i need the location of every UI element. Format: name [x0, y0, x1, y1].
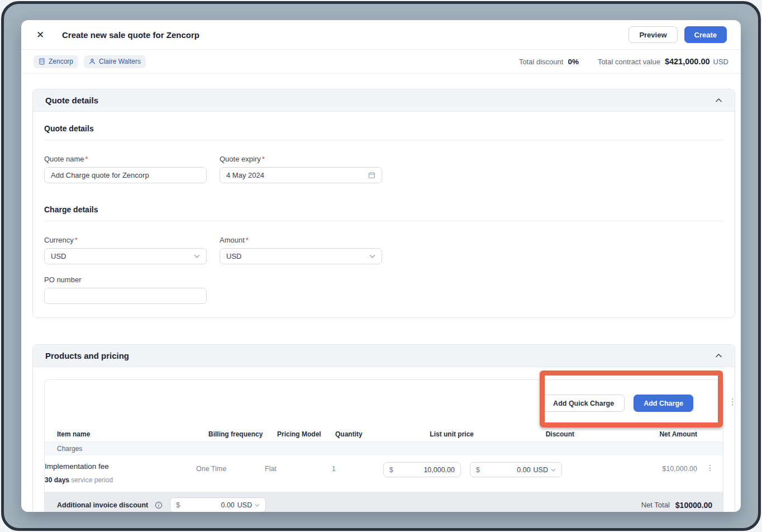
section-title: Products and pricing — [45, 351, 129, 360]
context-bar: Zencorp Claire Walters Total discount 0%… — [21, 50, 741, 73]
charge-subheading: Charge details — [44, 205, 723, 221]
additional-discount-value: 0.00 — [221, 501, 234, 509]
toolbar-buttons: Add Quick Charge Add Charge — [542, 395, 693, 412]
currency-value: USD — [51, 252, 66, 260]
modal-topbar: ✕ Create new sale quote for Zencorp Prev… — [21, 20, 741, 49]
invoice-discount-row: Additional invoice discount $ 0.00 — [45, 492, 723, 512]
chevron-down-icon — [369, 254, 375, 258]
list-price-cell: $ 10,000.00 — [383, 462, 461, 477]
total-contract-label: Total contract value — [598, 58, 660, 66]
chevron-up-icon[interactable] — [715, 353, 722, 358]
owner-chip[interactable]: Claire Walters — [84, 55, 146, 68]
company-chip[interactable]: Zencorp — [34, 55, 78, 68]
add-charge-button[interactable]: Add Charge — [634, 395, 693, 412]
item-name: Implementation fee — [45, 462, 196, 471]
chevron-down-icon — [255, 504, 260, 507]
table-header-row: Item name Billing frequency Pricing Mode… — [45, 426, 723, 441]
row-kebab-icon[interactable]: ⋮ — [697, 462, 723, 472]
quote-totals: Total discount 0% Total contract value $… — [519, 57, 728, 66]
net-total-value: $10000.00 — [675, 501, 712, 510]
po-number-input[interactable] — [44, 288, 207, 304]
quote-details-body: Quote details Quote name* Quote expiry* — [33, 112, 735, 317]
products-pricing-section: Products and pricing Add Quick Charge Ad… — [32, 344, 735, 512]
products-body: Add Quick Charge Add Charge ⋮ Item name … — [33, 367, 735, 512]
col-header-list-unit-price: List unit price — [396, 430, 474, 438]
close-icon[interactable]: ✕ — [35, 30, 45, 40]
products-section-header[interactable]: Products and pricing — [33, 345, 735, 367]
add-quick-charge-button[interactable]: Add Quick Charge — [542, 395, 625, 412]
amount-select[interactable]: USD — [220, 248, 382, 264]
currency-symbol: $ — [176, 501, 180, 509]
required-marker: * — [85, 155, 88, 163]
amount-field: Amount* USD — [220, 236, 382, 264]
col-header-pricing-model: Pricing Model — [277, 430, 335, 438]
charges-table: Add Quick Charge Add Charge ⋮ Item name … — [44, 379, 723, 512]
charges-group-row: Charges — [45, 441, 723, 455]
screenshot-stage: ✕ Create new sale quote for Zencorp Prev… — [0, 0, 762, 532]
list-price-input[interactable]: $ 10,000.00 — [383, 462, 461, 477]
owner-chip-label: Claire Walters — [99, 58, 141, 65]
section-title: Quote details — [45, 96, 98, 105]
net-amount-cell: $10,000.00 — [562, 462, 697, 473]
quote-expiry-value: 4 May 2024 — [226, 171, 264, 179]
col-header-quantity: Quantity — [335, 430, 396, 438]
page-title: Create new sale quote for Zencorp — [62, 30, 199, 40]
discount-cell: $ 0.00 USD — [461, 462, 562, 477]
col-header-billing-frequency: Billing frequency — [208, 430, 277, 438]
info-icon[interactable] — [155, 501, 163, 509]
required-marker: * — [246, 236, 249, 244]
table-row: Implementation fee 30 days service perio… — [45, 455, 723, 492]
building-icon — [39, 58, 45, 65]
item-name-cell: Implementation fee 30 days service perio… — [45, 462, 196, 484]
table-options-kebab-icon[interactable]: ⋮ — [728, 397, 737, 407]
col-header-discount: Discount — [474, 430, 574, 438]
create-quote-modal: ✕ Create new sale quote for Zencorp Prev… — [21, 20, 741, 512]
discount-unit: USD — [534, 466, 548, 474]
discount-value: 0.00 — [517, 466, 530, 474]
quote-details-section-header[interactable]: Quote details — [33, 89, 735, 112]
create-button[interactable]: Create — [684, 26, 727, 43]
additional-discount-label: Additional invoice discount — [57, 501, 148, 509]
col-header-item-name: Item name — [57, 430, 208, 438]
quote-name-label: Quote name* — [44, 155, 207, 163]
total-discount-value: 0% — [568, 58, 579, 66]
quote-expiry-field: Quote expiry* 4 May 2024 — [220, 155, 382, 183]
person-icon — [89, 58, 96, 65]
quantity-cell: 1 — [323, 462, 383, 473]
charges-toolbar: Add Quick Charge Add Charge ⋮ — [45, 380, 723, 426]
currency-symbol: $ — [389, 466, 393, 474]
list-price-value: 10,000.00 — [423, 466, 455, 474]
additional-discount-unit: USD — [237, 501, 252, 509]
required-marker: * — [75, 236, 78, 244]
chevron-up-icon[interactable] — [715, 98, 722, 103]
currency-field: Currency* USD — [44, 236, 207, 264]
pricing-model-cell: Flat — [265, 462, 323, 473]
service-period: 30 days service period — [45, 476, 196, 484]
quote-details-section: Quote details Quote details Quote name* — [32, 89, 735, 318]
amount-value: USD — [226, 252, 241, 260]
currency-symbol: $ — [476, 466, 480, 474]
charge-fields-row: Currency* USD Amount* — [44, 236, 723, 264]
currency-label: Currency* — [44, 236, 207, 244]
modal-content: Quote details Quote details Quote name* — [21, 74, 741, 512]
calendar-icon — [368, 172, 375, 179]
currency-select[interactable]: USD — [44, 248, 207, 264]
net-total-label: Net Total — [641, 501, 670, 509]
additional-discount-input[interactable]: $ 0.00 USD — [170, 497, 266, 512]
billing-frequency-cell: One Time — [196, 462, 265, 473]
required-marker: * — [262, 155, 265, 163]
preview-button[interactable]: Preview — [628, 26, 677, 43]
net-total: Net Total $10000.00 — [641, 501, 712, 510]
total-discount-label: Total discount — [519, 58, 564, 66]
po-number-field: PO number — [44, 276, 207, 304]
discount-input[interactable]: $ 0.00 USD — [470, 462, 562, 477]
quote-name-field: Quote name* — [44, 155, 207, 183]
company-chip-label: Zencorp — [49, 58, 73, 65]
quote-subheading: Quote details — [44, 124, 723, 140]
quote-fields-row: Quote name* Quote expiry* 4 May 2024 — [44, 155, 723, 183]
total-contract-value: $421,000.00 — [665, 57, 710, 66]
quote-name-input[interactable] — [44, 167, 207, 183]
quote-expiry-label: Quote expiry* — [220, 155, 382, 163]
quote-expiry-input[interactable]: 4 May 2024 — [220, 167, 382, 183]
amount-label: Amount* — [220, 236, 382, 244]
